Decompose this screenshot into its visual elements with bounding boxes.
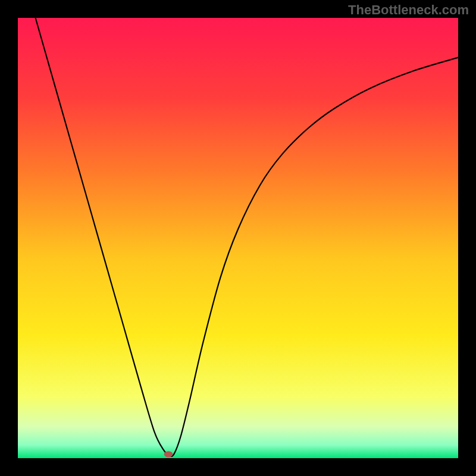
plot-background: [18, 18, 458, 458]
plot-svg: [18, 18, 458, 458]
minimum-marker: [164, 451, 173, 457]
watermark-text: TheBottleneck.com: [348, 2, 469, 18]
chart-frame: TheBottleneck.com: [0, 0, 476, 476]
